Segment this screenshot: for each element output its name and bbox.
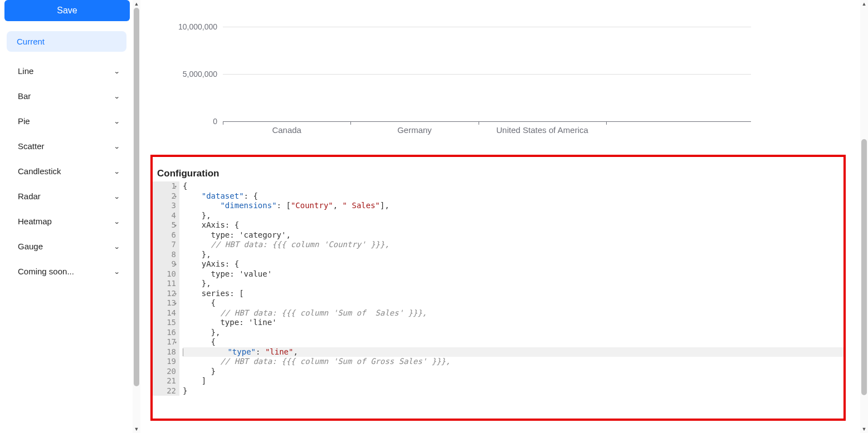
x-axis bbox=[223, 121, 751, 122]
gridline bbox=[223, 74, 751, 75]
chevron-down-icon: ⌄ bbox=[114, 142, 120, 150]
sidebar-item-radar[interactable]: Radar⌄ bbox=[2, 184, 130, 209]
chevron-down-icon: ⌄ bbox=[114, 168, 120, 175]
sidebar-item-pie[interactable]: Pie⌄ bbox=[2, 109, 130, 134]
sidebar-item-label: Scatter bbox=[18, 141, 45, 151]
sidebar-item-label: Gauge bbox=[18, 242, 43, 251]
x-tick bbox=[350, 121, 351, 125]
scroll-down-icon[interactable]: ▼ bbox=[860, 425, 868, 433]
x-tick bbox=[223, 121, 223, 125]
y-tick-label: 10,000,000 bbox=[178, 22, 217, 31]
sidebar-item-label: Candlestick bbox=[18, 166, 61, 176]
chevron-down-icon: ⌄ bbox=[114, 117, 120, 125]
sidebar-item-heatmap[interactable]: Heatmap⌄ bbox=[2, 209, 130, 234]
scroll-down-icon[interactable]: ▼ bbox=[133, 425, 140, 433]
sidebar-item-bar[interactable]: Bar⌄ bbox=[2, 83, 130, 109]
chevron-down-icon: ⌄ bbox=[114, 243, 120, 250]
sidebar-item-coming-soon-[interactable]: Coming soon...⌄ bbox=[2, 259, 130, 284]
chevron-down-icon: ⌄ bbox=[114, 193, 120, 200]
configuration-title: Configuration bbox=[153, 157, 843, 181]
scrollbar-thumb[interactable] bbox=[134, 8, 139, 386]
x-tick bbox=[606, 121, 607, 125]
x-tick bbox=[479, 121, 479, 125]
sidebar-item-label: Radar bbox=[18, 191, 41, 201]
scrollbar-thumb[interactable] bbox=[861, 139, 867, 395]
sidebar-item-gauge[interactable]: Gauge⌄ bbox=[2, 234, 130, 259]
gridline bbox=[223, 27, 751, 27]
sidebar-item-scatter[interactable]: Scatter⌄ bbox=[2, 134, 130, 159]
sidebar-scrollbar[interactable]: ▲ ▼ bbox=[133, 0, 140, 433]
sidebar-item-label: Heatmap bbox=[18, 216, 52, 226]
editor-gutter: 1▾2▾345▾6789▾101112▾13▾14151617▾18192021… bbox=[153, 181, 179, 396]
x-tick-label: United States of America bbox=[496, 125, 588, 135]
chevron-down-icon: ⌄ bbox=[114, 67, 120, 75]
editor-code[interactable]: { "dataset": { "dimensions": ["Country",… bbox=[179, 181, 843, 396]
code-editor[interactable]: 1▾2▾345▾6789▾101112▾13▾14151617▾18192021… bbox=[153, 181, 843, 396]
y-tick-label: 0 bbox=[213, 117, 217, 126]
x-tick-label: Germany bbox=[397, 125, 432, 135]
main-panel: 05,000,00010,000,000CanadaGermanyUnited … bbox=[145, 0, 857, 433]
sidebar: Save Current Line⌄Bar⌄Pie⌄Scatter⌄Candle… bbox=[0, 0, 133, 433]
sidebar-item-label: Coming soon... bbox=[18, 267, 74, 276]
sidebar-item-label: Bar bbox=[18, 91, 31, 101]
main-scrollbar[interactable]: ▲ ▼ bbox=[860, 0, 868, 433]
chevron-down-icon: ⌄ bbox=[114, 218, 120, 225]
sidebar-item-candlestick[interactable]: Candlestick⌄ bbox=[2, 159, 130, 184]
sidebar-item-current[interactable]: Current bbox=[7, 31, 126, 52]
chevron-down-icon: ⌄ bbox=[114, 92, 120, 100]
sidebar-item-label: Pie bbox=[18, 116, 30, 126]
scroll-up-icon[interactable]: ▲ bbox=[133, 0, 140, 8]
chart-area: 05,000,00010,000,000CanadaGermanyUnited … bbox=[145, 0, 857, 145]
y-tick-label: 5,000,000 bbox=[183, 70, 217, 78]
sidebar-item-line[interactable]: Line⌄ bbox=[2, 58, 130, 83]
sidebar-item-label: Line bbox=[18, 66, 33, 76]
x-tick-label: Canada bbox=[272, 125, 301, 135]
chevron-down-icon: ⌄ bbox=[114, 268, 120, 275]
save-button[interactable]: Save bbox=[4, 0, 130, 21]
configuration-panel: Configuration 1▾2▾345▾6789▾101112▾13▾141… bbox=[150, 155, 846, 421]
scroll-up-icon[interactable]: ▲ bbox=[860, 0, 868, 8]
